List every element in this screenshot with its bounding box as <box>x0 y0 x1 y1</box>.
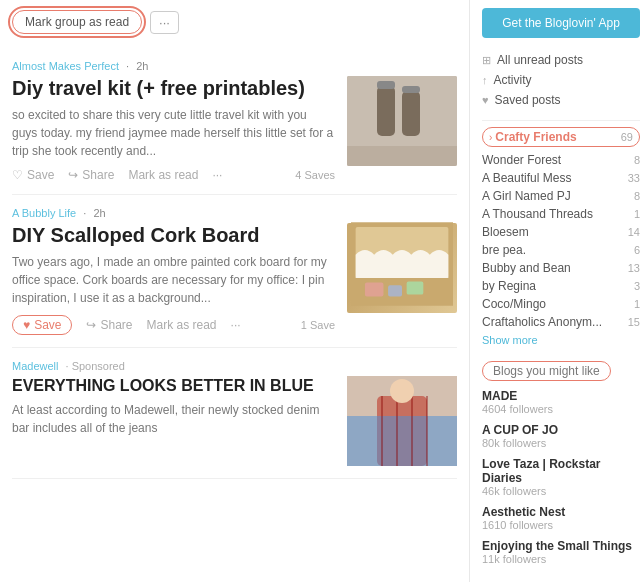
blogs-might-like: Blogs you might like MADE 4604 followers… <box>482 361 640 565</box>
chevron-right-icon: › <box>489 132 492 143</box>
save-button-2[interactable]: ♥ Save <box>12 315 72 335</box>
blog-item-9[interactable]: Craftaholics Anonym... 15 <box>482 313 640 331</box>
post-image-2 <box>347 223 457 313</box>
sidebar: Get the Bloglovin' App ⊞ All unread post… <box>470 0 640 582</box>
more-options-button[interactable]: ··· <box>150 11 179 34</box>
post-excerpt-1: so excited to share this very cute littl… <box>12 106 335 160</box>
blog-item-0[interactable]: Wonder Forest 8 <box>482 151 640 169</box>
blog-list: Wonder Forest 8 A Beautiful Mess 33 A Gi… <box>482 151 640 331</box>
nav-all-unread[interactable]: ⊞ All unread posts <box>482 50 640 70</box>
blogs-might-like-label: Blogs you might like <box>482 361 611 381</box>
share-button-2[interactable]: ↪ Share <box>86 318 132 332</box>
sidebar-divider <box>482 120 640 121</box>
svg-rect-1 <box>377 86 395 136</box>
blog-item-8[interactable]: Coco/Mingo 1 <box>482 295 640 313</box>
post-time-2: 2h <box>93 207 105 219</box>
sidebar-nav: ⊞ All unread posts ↑ Activity ♥ Saved po… <box>482 50 640 110</box>
svg-rect-4 <box>402 86 420 93</box>
post-text-2: DIY Scalloped Cork Board Two years ago, … <box>12 223 335 335</box>
post-card-inner-1: Diy travel kit (+ free printables) so ex… <box>12 76 457 182</box>
suggested-blog-0[interactable]: MADE 4604 followers <box>482 389 640 415</box>
post-more-button-2[interactable]: ··· <box>231 318 241 332</box>
post-time-1: 2h <box>136 60 148 72</box>
svg-rect-2 <box>402 91 420 136</box>
blog-item-3[interactable]: A Thousand Threads 1 <box>482 205 640 223</box>
post-source-2[interactable]: A Bubbly Life <box>12 207 76 219</box>
nav-activity[interactable]: ↑ Activity <box>482 70 640 90</box>
suggested-blog-1[interactable]: A CUP OF JO 80k followers <box>482 423 640 449</box>
post-actions-2: ♥ Save ↪ Share Mark as read ··· 1 Save <box>12 315 335 335</box>
heart-icon: ♡ <box>12 168 23 182</box>
blog-item-1[interactable]: A Beautiful Mess 33 <box>482 169 640 187</box>
post-card-1: Almost Makes Perfect · 2h Diy travel kit… <box>12 48 457 195</box>
post-excerpt-3: At least according to Madewell, their ne… <box>12 401 335 437</box>
heart-filled-icon: ♥ <box>23 318 30 332</box>
toolbar: Mark group as read ··· <box>12 10 457 34</box>
share-icon-2: ↪ <box>86 318 96 332</box>
post-text-1: Diy travel kit (+ free printables) so ex… <box>12 76 335 182</box>
mark-as-read-button-1[interactable]: Mark as read <box>128 168 198 182</box>
save-button-1[interactable]: ♡ Save <box>12 168 54 182</box>
post-excerpt-2: Two years ago, I made an ombre painted c… <box>12 253 335 307</box>
saves-count-1: 4 Saves <box>295 169 335 181</box>
post-card-inner-2: DIY Scalloped Cork Board Two years ago, … <box>12 223 457 335</box>
saves-count-2: 1 Save <box>301 319 335 331</box>
crafty-friends-label: Crafty Friends <box>495 130 576 144</box>
activity-icon: ↑ <box>482 74 488 86</box>
svg-rect-5 <box>347 146 457 166</box>
mark-as-read-button-2[interactable]: Mark as read <box>147 318 217 332</box>
post-card-3: Madewell · Sponsored EVERYTHING LOOKS BE… <box>12 348 457 479</box>
blog-item-4[interactable]: Bloesem 14 <box>482 223 640 241</box>
post-actions-1: ♡ Save ↪ Share Mark as read ··· 4 Saves <box>12 168 335 182</box>
sponsored-tag: · Sponsored <box>66 360 125 372</box>
heart-nav-icon: ♥ <box>482 94 489 106</box>
show-more-button[interactable]: Show more <box>482 331 640 349</box>
share-icon: ↪ <box>68 168 78 182</box>
svg-rect-8 <box>365 283 384 297</box>
blog-item-6[interactable]: Bubby and Bean 13 <box>482 259 640 277</box>
post-meta-3: Madewell · Sponsored <box>12 360 457 372</box>
svg-rect-13 <box>347 416 457 466</box>
crafty-friends-item[interactable]: › Crafty Friends 69 <box>482 127 640 147</box>
post-image-3 <box>347 376 457 466</box>
blog-item-5[interactable]: bre pea. 6 <box>482 241 640 259</box>
svg-rect-3 <box>377 81 395 89</box>
post-text-3: EVERYTHING LOOKS BETTER IN BLUE At least… <box>12 376 335 466</box>
svg-point-18 <box>390 379 414 403</box>
suggested-blog-4[interactable]: Enjoying the Small Things 11k followers <box>482 539 640 565</box>
share-button-1[interactable]: ↪ Share <box>68 168 114 182</box>
post-source-1[interactable]: Almost Makes Perfect <box>12 60 119 72</box>
mark-group-button[interactable]: Mark group as read <box>12 10 142 34</box>
post-title-2[interactable]: DIY Scalloped Cork Board <box>12 223 335 247</box>
crafty-friends-count: 69 <box>621 131 633 143</box>
post-title-1[interactable]: Diy travel kit (+ free printables) <box>12 76 335 100</box>
blog-item-7[interactable]: by Regina 3 <box>482 277 640 295</box>
post-source-3[interactable]: Madewell <box>12 360 58 372</box>
post-title-3[interactable]: EVERYTHING LOOKS BETTER IN BLUE <box>12 376 335 395</box>
suggested-blog-3[interactable]: Aesthetic Nest 1610 followers <box>482 505 640 531</box>
svg-rect-10 <box>407 282 424 295</box>
main-content: Mark group as read ··· Almost Makes Perf… <box>0 0 470 582</box>
post-card-inner-3: EVERYTHING LOOKS BETTER IN BLUE At least… <box>12 376 457 466</box>
post-more-button-1[interactable]: ··· <box>212 168 222 182</box>
post-meta-1: Almost Makes Perfect · 2h <box>12 60 457 72</box>
grid-icon: ⊞ <box>482 54 491 67</box>
nav-saved-posts[interactable]: ♥ Saved posts <box>482 90 640 110</box>
post-image-1 <box>347 76 457 166</box>
post-card-2: A Bubbly Life · 2h DIY Scalloped Cork Bo… <box>12 195 457 348</box>
blog-item-2[interactable]: A Girl Named PJ 8 <box>482 187 640 205</box>
get-app-button[interactable]: Get the Bloglovin' App <box>482 8 640 38</box>
post-meta-2: A Bubbly Life · 2h <box>12 207 457 219</box>
suggested-blog-2[interactable]: Love Taza | Rockstar Diaries 46k followe… <box>482 457 640 497</box>
svg-rect-9 <box>388 285 402 296</box>
